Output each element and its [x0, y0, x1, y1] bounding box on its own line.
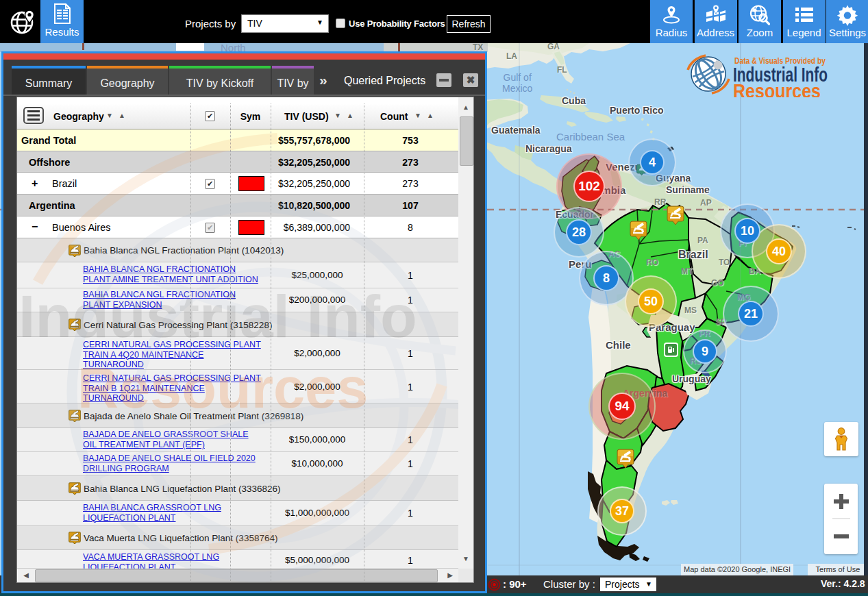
svg-text:Resources: Resources	[733, 79, 821, 97]
